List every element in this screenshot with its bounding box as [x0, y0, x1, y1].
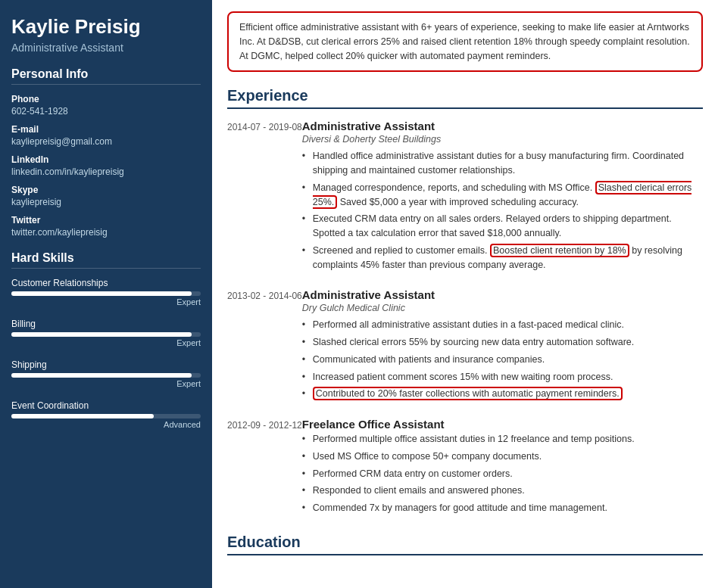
skill-level-1: Expert: [11, 338, 201, 347]
skill-name-customer-relationships: Customer Relationships: [11, 278, 201, 288]
exp-date-3: 2012-09 - 2012-12: [227, 418, 302, 518]
personal-info-heading: Personal Info: [11, 67, 201, 85]
exp-entry-3: 2012-09 - 2012-12 Freelance Office Assis…: [227, 418, 703, 518]
skill-billing: Billing Expert: [11, 319, 201, 347]
skill-bar-fill-2: [11, 373, 192, 378]
exp-title-2: Administrative Assistant: [302, 288, 703, 301]
bullet-3-1: Used MS Office to compose 50+ company do…: [302, 450, 703, 464]
bullet-2-0: Performed all administrative assistant d…: [302, 318, 703, 332]
bullet-1-0: Handled office administrative assistant …: [302, 149, 703, 178]
twitter-field: Twitter twitter.com/kayliepreisig: [11, 215, 201, 238]
skill-customer-relationships: Customer Relationships Expert: [11, 278, 201, 306]
highlight-retention: Boosted client retention by 18%: [490, 244, 629, 257]
skill-bar-fill-0: [11, 291, 192, 296]
linkedin-value: linkedin.com/in/kayliepreisig: [11, 166, 201, 177]
summary-box: Efficient office administrative assistan…: [227, 11, 703, 72]
bullet-3-3: Responded to client emails and answered …: [302, 484, 703, 498]
bullet-1-1: Managed correspondence, reports, and sch…: [302, 181, 703, 210]
bullet-3-0: Performed multiple office assistant duti…: [302, 432, 703, 446]
skill-level-2: Expert: [11, 379, 201, 388]
skill-bar-fill-3: [11, 414, 154, 418]
skill-bar-bg-1: [11, 332, 201, 337]
skill-bar-fill-1: [11, 332, 192, 337]
exp-bullets-3: Performed multiple office assistant duti…: [302, 432, 703, 515]
bullet-2-1: Slashed clerical errors 55% by sourcing …: [302, 335, 703, 350]
exp-title-1: Administrative Assistant: [302, 120, 703, 132]
bullet-2-4: Contributed to 20% faster collections wi…: [302, 387, 703, 401]
skill-bar-bg-2: [11, 373, 201, 378]
skill-event-coordination: Event Coordination Advanced: [11, 400, 201, 429]
education-heading: Education: [227, 534, 703, 555]
exp-content-2: Administrative Assistant Dry Gulch Medic…: [302, 288, 703, 404]
exp-content-1: Administrative Assistant Diversi & Doher…: [302, 120, 703, 275]
highlight-collections: Contributed to 20% faster collections wi…: [313, 387, 623, 400]
bullet-2-3: Increased patient comment scores 15% wit…: [302, 370, 703, 384]
bullet-2-2: Communicated with patients and insurance…: [302, 353, 703, 367]
highlight-clerical: Slashed clerical errors 25%.: [313, 181, 692, 209]
email-label: E-mail: [11, 124, 201, 135]
skill-shipping: Shipping Expert: [11, 359, 201, 388]
linkedin-label: LinkedIn: [11, 154, 201, 165]
candidate-title: Administrative Assistant: [11, 42, 201, 54]
phone-field: Phone 602-541-1928: [11, 94, 201, 117]
exp-bullets-1: Handled office administrative assistant …: [302, 149, 703, 272]
bullet-1-2: Executed CRM data entry on all sales ord…: [302, 212, 703, 241]
skill-bar-bg-3: [11, 414, 201, 418]
main-content: Efficient office administrative assistan…: [212, 0, 718, 588]
linkedin-field: LinkedIn linkedin.com/in/kayliepreisig: [11, 154, 201, 177]
skill-name-shipping: Shipping: [11, 359, 201, 370]
experience-section: Experience 2014-07 - 2019-08 Administrat…: [227, 87, 703, 518]
exp-company-1: Diversi & Doherty Steel Buildings: [302, 134, 703, 145]
email-field: E-mail kayliepreisig@gmail.com: [11, 124, 201, 147]
bullet-1-3: Screened and replied to customer emails.…: [302, 244, 703, 272]
skill-level-0: Expert: [11, 297, 201, 306]
exp-title-3: Freelance Office Assistant: [302, 418, 703, 431]
exp-date-1: 2014-07 - 2019-08: [227, 120, 302, 275]
skype-value: kayliepreisig: [11, 197, 201, 207]
skill-level-3: Advanced: [11, 420, 201, 429]
experience-heading: Experience: [227, 87, 703, 109]
sidebar: Kaylie Preisig Administrative Assistant …: [0, 0, 212, 588]
skype-field: Skype kayliepreisig: [11, 185, 201, 207]
email-value: kayliepreisig@gmail.com: [11, 136, 201, 147]
candidate-name: Kaylie Preisig: [11, 15, 201, 39]
exp-entry-1: 2014-07 - 2019-08 Administrative Assista…: [227, 120, 703, 275]
bullet-3-2: Performed CRM data entry on customer ord…: [302, 467, 703, 481]
skype-label: Skype: [11, 185, 201, 195]
exp-entry-2: 2013-02 - 2014-06 Administrative Assista…: [227, 288, 703, 404]
phone-label: Phone: [11, 94, 201, 104]
skill-name-event-coordination: Event Coordination: [11, 400, 201, 411]
skill-name-billing: Billing: [11, 319, 201, 329]
skill-bar-bg-0: [11, 291, 201, 296]
bullet-3-4: Commended 7x by managers for good attitu…: [302, 501, 703, 515]
phone-value: 602-541-1928: [11, 106, 201, 117]
summary-text: Efficient office administrative assistan…: [239, 22, 690, 61]
twitter-label: Twitter: [11, 215, 201, 226]
exp-bullets-2: Performed all administrative assistant d…: [302, 318, 703, 401]
hard-skills-heading: Hard Skills: [11, 251, 201, 269]
exp-content-3: Freelance Office Assistant Performed mul…: [302, 418, 703, 518]
exp-date-2: 2013-02 - 2014-06: [227, 288, 302, 404]
education-section: Education: [227, 534, 703, 555]
twitter-value: twitter.com/kayliepreisig: [11, 227, 201, 238]
exp-company-2: Dry Gulch Medical Clinic: [302, 303, 703, 313]
